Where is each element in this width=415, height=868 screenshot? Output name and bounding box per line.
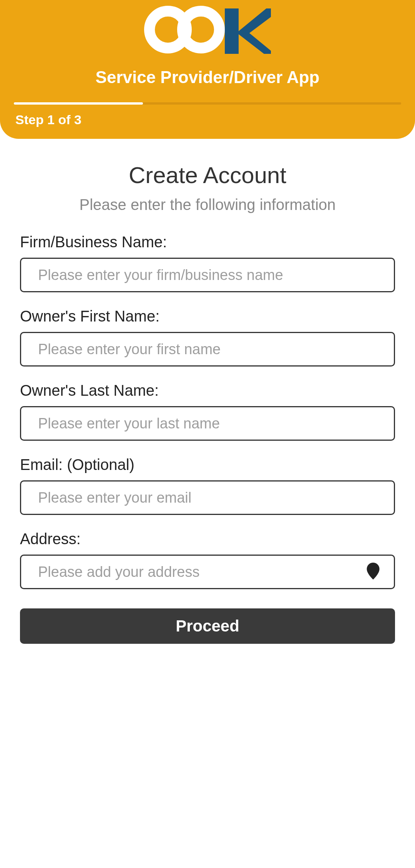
business-name-label: Firm/Business Name: [20, 233, 395, 251]
app-logo [144, 5, 271, 54]
last-name-field: Owner's Last Name: [20, 382, 395, 441]
progress-bar [14, 102, 401, 105]
first-name-label: Owner's First Name: [20, 308, 395, 325]
app-header: Service Provider/Driver App Step 1 of 3 [0, 0, 415, 139]
first-name-input[interactable] [20, 332, 395, 367]
business-name-field: Firm/Business Name: [20, 233, 395, 292]
svg-rect-2 [225, 8, 239, 54]
last-name-input[interactable] [20, 406, 395, 441]
email-input[interactable] [20, 480, 395, 515]
proceed-button[interactable]: Proceed [20, 608, 395, 644]
logo-container [0, 5, 415, 54]
svg-marker-3 [239, 8, 271, 54]
step-indicator: Step 1 of 3 [15, 112, 415, 127]
progress-fill [14, 102, 143, 105]
address-field: Address: [20, 530, 395, 589]
email-field: Email: (Optional) [20, 456, 395, 515]
page-description: Please enter the following information [20, 196, 395, 213]
email-label: Email: (Optional) [20, 456, 395, 473]
address-label: Address: [20, 530, 395, 548]
business-name-input[interactable] [20, 258, 395, 292]
header-subtitle: Service Provider/Driver App [0, 68, 415, 87]
form-content: Create Account Please enter the followin… [0, 139, 415, 644]
address-input[interactable] [20, 555, 395, 589]
first-name-field: Owner's First Name: [20, 308, 395, 367]
last-name-label: Owner's Last Name: [20, 382, 395, 399]
page-title: Create Account [20, 162, 395, 188]
